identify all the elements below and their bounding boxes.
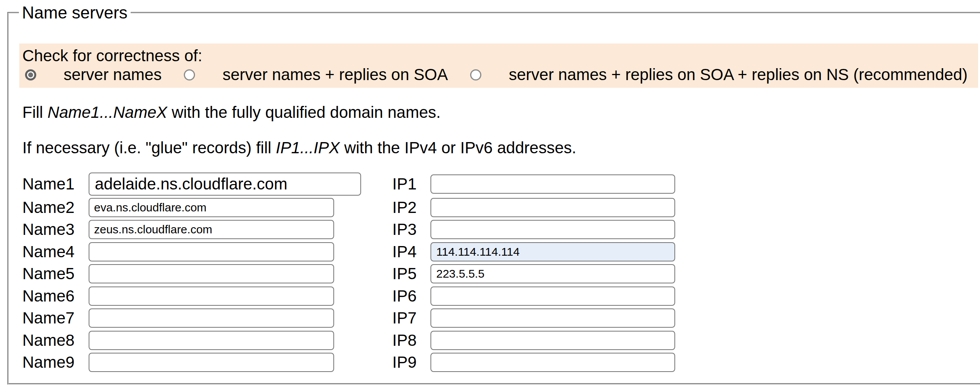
radio-option-server-names-soa[interactable]: server names + replies on SOA: [184, 66, 448, 83]
ip2-input[interactable]: [430, 198, 675, 217]
name6-input[interactable]: [89, 286, 334, 306]
name4-label: Name4: [22, 244, 74, 260]
ip4-input[interactable]: [430, 242, 675, 261]
check-correctness-prompt: Check for correctness of:: [22, 46, 978, 65]
name3-label: Name3: [22, 221, 74, 238]
name2-label: Name2: [22, 199, 74, 216]
name-servers-grid: Name1 IP1 Name2 IP2 Name3 IP3 Name4 IP4 …: [22, 171, 980, 374]
radio-option-server-names-soa-ns[interactable]: server names + replies on SOA + replies …: [470, 66, 968, 83]
ip9-label: IP9: [392, 354, 417, 370]
radio-button-icon[interactable]: [25, 69, 36, 80]
instruction-text: with the IPv4 or IPv6 addresses.: [340, 139, 576, 157]
ip7-input[interactable]: [430, 308, 675, 328]
check-correctness-banner: Check for correctness of: server names s…: [19, 44, 978, 88]
radio-selected-dot: [28, 72, 33, 77]
name5-label: Name5: [22, 266, 74, 282]
radio-option-label: server names + replies on SOA: [222, 66, 448, 83]
name4-input[interactable]: [89, 242, 334, 261]
ip1-input[interactable]: [430, 174, 675, 194]
instruction-text: If necessary (i.e. "glue" records) fill: [22, 139, 276, 157]
radio-button-icon[interactable]: [184, 69, 195, 80]
name6-label: Name6: [22, 288, 74, 304]
instruction-text: Fill: [22, 103, 47, 121]
ip4-label: IP4: [392, 244, 417, 260]
instruction-italic-text: IP1...IPX: [276, 139, 340, 157]
ip3-input[interactable]: [430, 220, 675, 239]
name7-label: Name7: [22, 310, 74, 326]
name9-input[interactable]: [89, 353, 334, 372]
radio-option-label: server names: [64, 66, 161, 83]
ip8-label: IP8: [392, 332, 417, 348]
ip3-label: IP3: [392, 221, 417, 238]
name8-input[interactable]: [89, 331, 334, 350]
ip2-label: IP2: [392, 199, 417, 216]
name7-input[interactable]: [89, 308, 334, 328]
ip6-input[interactable]: [430, 286, 675, 306]
name2-input[interactable]: [89, 198, 334, 217]
ip5-label: IP5: [392, 266, 417, 282]
ip6-label: IP6: [392, 288, 417, 304]
name3-input[interactable]: [89, 220, 334, 239]
check-mode-radio-group: server names server names + replies on S…: [22, 66, 978, 83]
name-servers-fieldset: Name servers Check for correctness of: s…: [7, 3, 980, 385]
instruction-italic-text: Name1...NameX: [47, 103, 167, 121]
name9-label: Name9: [22, 354, 74, 370]
fill-ips-instruction: If necessary (i.e. "glue" records) fill …: [22, 139, 980, 157]
ip9-input[interactable]: [430, 353, 675, 372]
name5-input[interactable]: [89, 264, 334, 283]
ip7-label: IP7: [392, 310, 417, 326]
radio-option-server-names[interactable]: server names: [25, 66, 161, 83]
ip8-input[interactable]: [430, 331, 675, 350]
radio-option-label: server names + replies on SOA + replies …: [509, 66, 968, 83]
fieldset-legend: Name servers: [19, 3, 131, 22]
fill-names-instruction: Fill Name1...NameX with the fully qualif…: [22, 103, 980, 122]
name1-input[interactable]: [89, 173, 361, 196]
radio-button-icon[interactable]: [470, 69, 481, 80]
name8-label: Name8: [22, 332, 74, 348]
name1-label: Name1: [22, 176, 74, 192]
instruction-text: with the fully qualified domain names.: [167, 103, 441, 121]
ip1-label: IP1: [392, 176, 417, 192]
ip5-input[interactable]: [430, 264, 675, 283]
